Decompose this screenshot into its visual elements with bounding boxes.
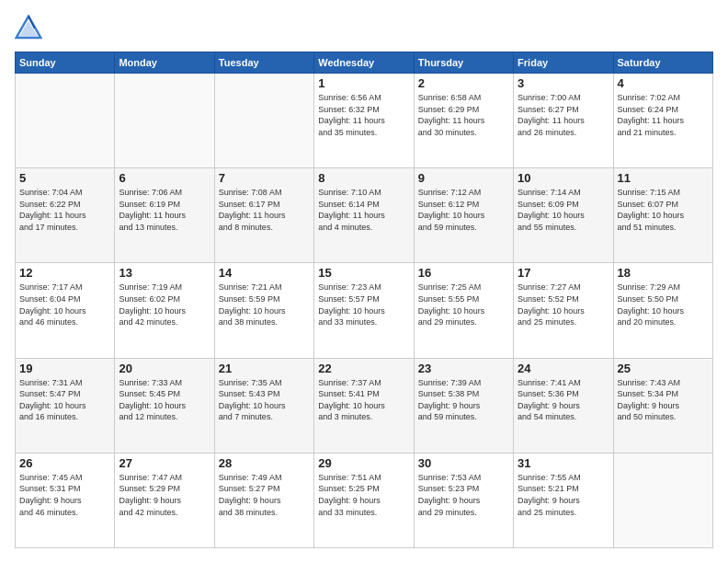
calendar-cell: 8Sunrise: 7:10 AM Sunset: 6:14 PM Daylig… [314,168,414,263]
calendar-cell [115,74,214,168]
weekday-header: Thursday [414,52,513,74]
day-info: Sunrise: 7:04 AM Sunset: 6:22 PM Dayligh… [19,187,110,233]
day-number: 24 [518,362,609,375]
day-info: Sunrise: 7:43 AM Sunset: 5:34 PM Dayligh… [618,377,709,423]
calendar-cell: 24Sunrise: 7:41 AM Sunset: 5:36 PM Dayli… [514,358,613,453]
calendar-cell: 9Sunrise: 7:12 AM Sunset: 6:12 PM Daylig… [414,168,513,263]
page: SundayMondayTuesdayWednesdayThursdayFrid… [0,0,728,563]
weekday-header: Friday [514,52,613,74]
calendar-cell: 21Sunrise: 7:35 AM Sunset: 5:43 PM Dayli… [214,358,313,453]
calendar-cell: 29Sunrise: 7:51 AM Sunset: 5:25 PM Dayli… [314,453,414,547]
day-number: 19 [19,362,110,375]
day-number: 28 [219,456,310,470]
day-info: Sunrise: 6:56 AM Sunset: 6:32 PM Dayligh… [318,92,409,138]
day-info: Sunrise: 7:27 AM Sunset: 5:52 PM Dayligh… [518,282,609,327]
day-info: Sunrise: 7:23 AM Sunset: 5:57 PM Dayligh… [318,282,409,327]
day-number: 25 [618,362,709,375]
day-number: 11 [618,171,709,185]
day-number: 3 [518,76,609,90]
day-number: 6 [119,171,210,185]
day-number: 13 [119,266,210,280]
day-info: Sunrise: 7:35 AM Sunset: 5:43 PM Dayligh… [219,377,310,423]
day-number: 9 [418,171,509,185]
calendar-cell: 13Sunrise: 7:19 AM Sunset: 6:02 PM Dayli… [115,263,214,358]
day-number: 2 [418,76,509,90]
calendar-cell: 1Sunrise: 6:56 AM Sunset: 6:32 PM Daylig… [314,74,414,168]
calendar-cell: 25Sunrise: 7:43 AM Sunset: 5:34 PM Dayli… [613,358,712,453]
day-number: 12 [19,266,110,280]
day-info: Sunrise: 7:21 AM Sunset: 5:59 PM Dayligh… [219,282,310,327]
day-info: Sunrise: 7:14 AM Sunset: 6:09 PM Dayligh… [518,187,609,233]
day-info: Sunrise: 7:17 AM Sunset: 6:04 PM Dayligh… [19,282,110,327]
day-info: Sunrise: 7:45 AM Sunset: 5:31 PM Dayligh… [19,472,110,518]
weekday-header: Monday [115,52,214,74]
day-number: 20 [119,362,210,375]
day-info: Sunrise: 7:37 AM Sunset: 5:41 PM Dayligh… [318,377,409,423]
calendar-cell: 30Sunrise: 7:53 AM Sunset: 5:23 PM Dayli… [414,453,513,547]
calendar-cell: 20Sunrise: 7:33 AM Sunset: 5:45 PM Dayli… [115,358,214,453]
calendar-cell: 3Sunrise: 7:00 AM Sunset: 6:27 PM Daylig… [514,74,613,168]
day-number: 23 [418,362,509,375]
calendar-cell: 28Sunrise: 7:49 AM Sunset: 5:27 PM Dayli… [214,453,313,547]
day-number: 26 [19,456,110,470]
day-info: Sunrise: 7:08 AM Sunset: 6:17 PM Dayligh… [219,187,310,233]
day-info: Sunrise: 7:15 AM Sunset: 6:07 PM Dayligh… [618,187,709,233]
day-info: Sunrise: 7:02 AM Sunset: 6:24 PM Dayligh… [618,92,709,138]
calendar-cell: 27Sunrise: 7:47 AM Sunset: 5:29 PM Dayli… [115,453,214,547]
day-number: 10 [518,171,609,185]
day-number: 14 [219,266,310,280]
day-info: Sunrise: 7:29 AM Sunset: 5:50 PM Dayligh… [618,282,709,327]
day-info: Sunrise: 7:39 AM Sunset: 5:38 PM Dayligh… [418,377,509,423]
calendar-cell: 18Sunrise: 7:29 AM Sunset: 5:50 PM Dayli… [613,263,712,358]
day-number: 5 [19,171,110,185]
day-number: 18 [618,266,709,280]
calendar-cell: 26Sunrise: 7:45 AM Sunset: 5:31 PM Dayli… [16,453,115,547]
calendar-cell: 11Sunrise: 7:15 AM Sunset: 6:07 PM Dayli… [613,168,712,263]
calendar-cell: 10Sunrise: 7:14 AM Sunset: 6:09 PM Dayli… [514,168,613,263]
calendar-cell: 14Sunrise: 7:21 AM Sunset: 5:59 PM Dayli… [214,263,313,358]
day-number: 29 [318,456,409,470]
day-number: 27 [119,456,210,470]
weekday-header: Wednesday [314,52,414,74]
day-number: 30 [418,456,509,470]
weekday-header: Saturday [613,52,712,74]
calendar-table: SundayMondayTuesdayWednesdayThursdayFrid… [15,52,713,548]
day-number: 16 [418,266,509,280]
day-info: Sunrise: 7:10 AM Sunset: 6:14 PM Dayligh… [318,187,409,233]
day-info: Sunrise: 7:25 AM Sunset: 5:55 PM Dayligh… [418,282,509,327]
day-info: Sunrise: 7:41 AM Sunset: 5:36 PM Dayligh… [518,377,609,423]
day-number: 8 [318,171,409,185]
calendar-cell [16,74,115,168]
weekday-header: Sunday [16,52,115,74]
calendar-cell: 31Sunrise: 7:55 AM Sunset: 5:21 PM Dayli… [514,453,613,547]
calendar-cell: 2Sunrise: 6:58 AM Sunset: 6:29 PM Daylig… [414,74,513,168]
day-info: Sunrise: 7:55 AM Sunset: 5:21 PM Dayligh… [518,472,609,518]
calendar-cell: 12Sunrise: 7:17 AM Sunset: 6:04 PM Dayli… [16,263,115,358]
day-number: 22 [318,362,409,375]
day-number: 21 [219,362,310,375]
calendar-cell: 16Sunrise: 7:25 AM Sunset: 5:55 PM Dayli… [414,263,513,358]
day-info: Sunrise: 7:19 AM Sunset: 6:02 PM Dayligh… [119,282,210,327]
calendar-cell [613,453,712,547]
calendar-cell: 6Sunrise: 7:06 AM Sunset: 6:19 PM Daylig… [115,168,214,263]
day-info: Sunrise: 7:12 AM Sunset: 6:12 PM Dayligh… [418,187,509,233]
day-number: 15 [318,266,409,280]
calendar-cell [214,74,313,168]
header [15,15,713,42]
day-info: Sunrise: 7:51 AM Sunset: 5:25 PM Dayligh… [318,472,409,518]
calendar-cell: 23Sunrise: 7:39 AM Sunset: 5:38 PM Dayli… [414,358,513,453]
calendar-cell: 17Sunrise: 7:27 AM Sunset: 5:52 PM Dayli… [514,263,613,358]
calendar-cell: 4Sunrise: 7:02 AM Sunset: 6:24 PM Daylig… [613,74,712,168]
day-info: Sunrise: 7:06 AM Sunset: 6:19 PM Dayligh… [119,187,210,233]
logo-icon [15,15,42,42]
day-info: Sunrise: 7:47 AM Sunset: 5:29 PM Dayligh… [119,472,210,518]
day-number: 1 [318,76,409,90]
calendar-cell: 22Sunrise: 7:37 AM Sunset: 5:41 PM Dayli… [314,358,414,453]
calendar-cell: 15Sunrise: 7:23 AM Sunset: 5:57 PM Dayli… [314,263,414,358]
day-number: 7 [219,171,310,185]
logo [15,15,46,42]
day-info: Sunrise: 7:31 AM Sunset: 5:47 PM Dayligh… [19,377,110,423]
day-number: 31 [518,456,609,470]
day-info: Sunrise: 7:33 AM Sunset: 5:45 PM Dayligh… [119,377,210,423]
day-number: 17 [518,266,609,280]
